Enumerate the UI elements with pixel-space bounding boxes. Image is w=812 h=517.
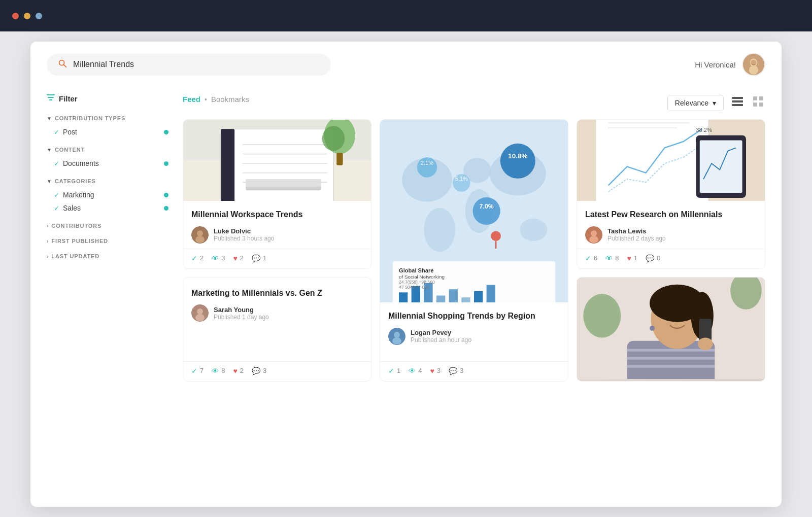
sort-label: Relevance [675,99,708,107]
chevron-right-icon: › [47,238,48,244]
card-woman-phone [577,277,765,382]
author-avatar [388,328,405,345]
card-workspace-trends: Millennial Workspace Trends Luke Do [183,119,371,269]
categories-toggle[interactable]: ▼ CATEGORIES [47,178,168,184]
card-author: Sarah Young Published 1 day ago [191,304,363,322]
card-body: Millennial Shopping Trends by Region [380,302,568,361]
contributors-toggle[interactable]: › CONTRIBUTORS [47,223,168,229]
svg-rect-26 [246,179,321,187]
eye-icon: 👁 [212,367,219,375]
first-published-toggle[interactable]: › FIRST PUBLISHED [47,238,168,244]
views-count: 3 [221,254,225,262]
heart-icon: ♥ [233,367,237,375]
svg-point-36 [520,219,547,241]
contribution-types-toggle[interactable]: ▼ CONTRIBUTION TYPES [47,115,168,121]
svg-point-32 [424,208,455,252]
grid-view-button[interactable] [751,94,765,111]
svg-rect-87 [699,319,712,340]
svg-rect-16 [221,129,234,201]
filter-item-label: Documents [63,159,99,167]
filter-label: Filter [59,94,78,103]
card-author: Logan Pevey Published an hour ago [388,328,560,345]
filter-item-sales[interactable]: ✓ Sales [47,202,168,214]
author-name: Logan Pevey [411,329,471,336]
search-icon [58,59,67,71]
tab-separator: • [205,95,207,104]
filter-header: Filter [47,93,168,104]
topbar: Hi Veronica! [30,42,782,84]
card-author: Luke Dolvic Published 3 hours ago [191,226,363,244]
svg-rect-10 [759,96,763,100]
avatar[interactable] [742,53,765,76]
comments-count: 3 [460,367,463,374]
content-toggle[interactable]: ▼ CONTENT [47,147,168,153]
heart-icon: ♥ [430,367,434,375]
sort-dropdown[interactable]: Relevance ▾ [667,95,724,111]
chevron-down-icon: ▼ [47,147,52,153]
author-published: Published 3 hours ago [214,235,274,242]
svg-rect-52 [449,289,458,302]
svg-point-39 [473,197,500,225]
contributors-title: CONTRIBUTORS [51,223,101,229]
svg-rect-7 [732,100,743,102]
filter-item-documents[interactable]: ✓ Documents [47,158,168,169]
author-info: Tasha Lewis Published 2 days ago [607,227,666,242]
sort-chevron: ▾ [713,99,716,107]
card-footer: ✓ 7 👁 8 ♥ 2 💬 3 [183,361,371,381]
author-avatar [585,226,602,244]
checks-count: 7 [200,367,204,374]
card-title: Latest Pew Research on Millennials [585,209,757,220]
check-icon: ✓ [54,204,59,212]
author-name: Tasha Lewis [607,227,666,235]
tab-bookmarks[interactable]: Bookmarks [211,95,249,104]
svg-point-29 [195,236,205,243]
card-pew-research: 38.2% 21.5% Latest Pew Research on Mille… [577,119,765,269]
card-title: Marketing to Millennials vs. Gen Z [191,288,363,299]
comments-count: 3 [263,367,266,374]
filter-item-post[interactable]: ✓ Post [47,126,168,137]
check-icon: ✓ [388,367,394,375]
author-avatar [191,226,209,244]
svg-text:10.8%: 10.8% [508,152,527,160]
last-updated-toggle[interactable]: › LAST UPDATED [47,253,168,259]
hearts-count: 2 [240,254,244,262]
search-bar[interactable] [47,54,331,76]
content-title: CONTENT [55,147,85,153]
svg-point-73 [591,230,597,236]
maximize-dot[interactable] [36,13,42,19]
svg-rect-54 [474,291,483,302]
filter-section-first-published: › FIRST PUBLISHED [47,238,168,244]
card-body: Millennial Workspace Trends Luke Do [183,201,371,249]
search-input[interactable] [73,60,320,69]
comment-icon: 💬 [252,367,260,375]
check-icon: ✓ [585,254,591,262]
tab-feed[interactable]: Feed [183,95,200,104]
filter-icon [47,93,55,104]
svg-point-90 [583,294,621,337]
card-footer: ✓ 6 👁 8 ♥ 1 💬 0 [577,249,765,268]
svg-rect-6 [732,97,743,99]
svg-point-76 [197,308,203,315]
sidebar: Filter ▼ CONTRIBUTION TYPES ✓ Post [47,84,168,382]
svg-text:of Social Networking: of Social Networking [399,274,445,280]
svg-rect-9 [753,96,757,100]
main-content: Feed • Bookmarks Relevance ▾ [183,84,765,382]
filter-section-contributors: › CONTRIBUTORS [47,223,168,229]
svg-rect-53 [461,297,470,302]
svg-text:2.1%: 2.1% [421,160,433,166]
author-avatar [191,304,209,322]
list-view-button[interactable] [730,95,745,111]
filter-item-marketing[interactable]: ✓ Marketing [47,189,168,200]
svg-point-63 [392,337,401,344]
heart-icon: ♥ [233,254,237,262]
close-dot[interactable] [12,13,19,19]
last-updated-title: LAST UPDATED [51,253,99,259]
card-shopping-trends: 10.8% 7.0% 2.1% 5.1% Global Share of [380,119,568,382]
svg-point-89 [650,326,655,331]
minimize-dot[interactable] [24,13,30,19]
svg-text:5.1%: 5.1% [455,176,468,182]
author-name: Sarah Young [214,306,269,314]
author-published: Published 1 day ago [214,314,269,321]
card-title: Millennial Workspace Trends [191,209,363,220]
card-image: 38.2% 21.5% [577,120,765,201]
